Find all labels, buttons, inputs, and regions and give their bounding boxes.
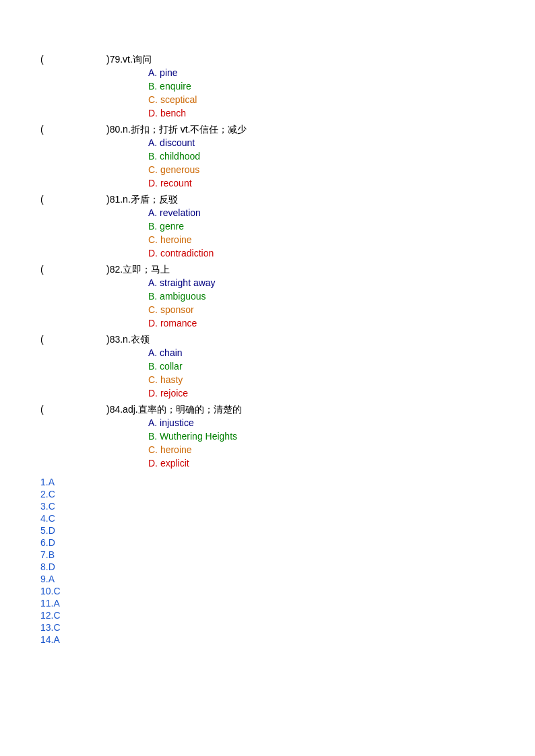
question-label-83: )83.n.衣领 [106, 334, 150, 346]
answer-item-11: 11.A [40, 598, 495, 609]
paren-left: ( [40, 194, 54, 205]
options-block-82: A. straight awayB. ambiguousC. sponsorD.… [148, 277, 495, 329]
answer-item-9: 9.A [40, 574, 495, 584]
option-83-B: B. collar [148, 361, 495, 372]
answer-item-1: 1.A [40, 477, 495, 487]
option-82-C: C. sponsor [148, 304, 495, 315]
option-79-D: D. bench [148, 108, 495, 118]
question-label-79: )79.vt.询问 [106, 54, 152, 66]
options-block-83: A. chainB. collarC. hastyD. rejoice [148, 347, 495, 399]
questions-container: ()79.vt.询问A. pineB. enquireC. scepticalD… [40, 54, 495, 469]
question-label-84: )84.adj.直率的；明确的；清楚的 [106, 404, 242, 416]
option-84-D: D. explicit [148, 458, 495, 469]
question-label-81: )81.n.矛盾；反驳 [106, 194, 178, 206]
paren-left: ( [40, 54, 54, 65]
option-83-A: A. chain [148, 347, 495, 358]
option-81-C: C. heroine [148, 234, 495, 245]
question-label-82: )82.立即；马上 [106, 264, 170, 276]
option-80-D: D. recount [148, 178, 495, 188]
options-block-80: A. discountB. childhoodC. generousD. rec… [148, 137, 495, 188]
answer-item-13: 13.C [40, 622, 495, 633]
option-80-C: C. generous [148, 164, 495, 175]
answer-item-7: 7.B [40, 549, 495, 560]
option-81-D: D. contradiction [148, 248, 495, 259]
answer-item-3: 3.C [40, 501, 495, 512]
options-block-81: A. revelationB. genreC. heroineD. contra… [148, 207, 495, 259]
option-79-A: A. pine [148, 67, 495, 78]
answer-item-10: 10.C [40, 586, 495, 596]
option-80-A: A. discount [148, 137, 495, 148]
option-79-C: C. sceptical [148, 94, 495, 105]
question-row-79: ()79.vt.询问 [40, 54, 495, 66]
option-84-C: C. heroine [148, 444, 495, 455]
paren-left: ( [40, 124, 54, 135]
paren-left: ( [40, 404, 54, 415]
options-block-79: A. pineB. enquireC. scepticalD. bench [148, 67, 495, 118]
option-83-D: D. rejoice [148, 388, 495, 399]
option-79-B: B. enquire [148, 81, 495, 92]
option-81-B: B. genre [148, 221, 495, 232]
option-84-B: B. Wuthering Heights [148, 431, 495, 442]
option-81-A: A. revelation [148, 207, 495, 218]
option-82-B: B. ambiguous [148, 291, 495, 302]
question-row-82: ()82.立即；马上 [40, 264, 495, 276]
answer-item-6: 6.D [40, 537, 495, 548]
paren-left: ( [40, 334, 54, 345]
question-row-84: ()84.adj.直率的；明确的；清楚的 [40, 404, 495, 416]
option-82-D: D. romance [148, 318, 495, 329]
option-82-A: A. straight away [148, 277, 495, 288]
question-row-80: ()80.n.折扣；打折 vt.不信任；减少 [40, 124, 495, 136]
question-row-83: ()83.n.衣领 [40, 334, 495, 346]
option-80-B: B. childhood [148, 151, 495, 162]
question-row-81: ()81.n.矛盾；反驳 [40, 194, 495, 206]
option-84-A: A. injustice [148, 417, 495, 428]
answer-item-4: 4.C [40, 513, 495, 524]
paren-left: ( [40, 264, 54, 275]
options-block-84: A. injusticeB. Wuthering HeightsC. heroi… [148, 417, 495, 469]
answer-item-2: 2.C [40, 489, 495, 500]
answer-item-8: 8.D [40, 561, 495, 572]
answer-item-14: 14.A [40, 634, 495, 645]
answer-item-12: 12.C [40, 610, 495, 621]
question-label-80: )80.n.折扣；打折 vt.不信任；减少 [106, 124, 247, 136]
option-83-C: C. hasty [148, 374, 495, 385]
answer-item-5: 5.D [40, 525, 495, 536]
answers-section: 1.A2.C3.C4.C5.D6.D7.B8.D9.A10.C11.A12.C1… [40, 477, 495, 645]
